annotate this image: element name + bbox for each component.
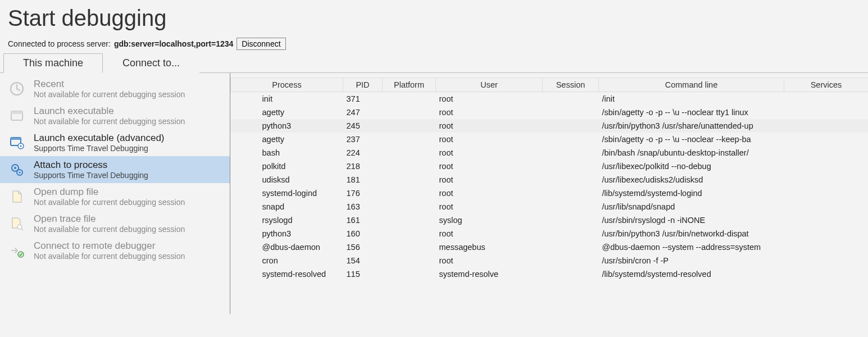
cell-cmd: /bin/bash /snap/ubuntu-desktop-installer… bbox=[599, 146, 784, 160]
table-row[interactable]: rsyslogd 161 syslog /usr/sbin/rsyslogd -… bbox=[231, 213, 869, 227]
process-table-wrap: ProcessPIDPlatformUserSessionCommand lin… bbox=[230, 73, 868, 314]
remote-icon bbox=[8, 242, 26, 259]
table-row[interactable]: polkitd 218 root /usr/libexec/polkitd --… bbox=[231, 160, 869, 173]
tab-this-machine[interactable]: This machine bbox=[3, 53, 103, 73]
cell-pid: 247 bbox=[343, 106, 383, 119]
cell-cmd: /init bbox=[599, 92, 784, 106]
cell-pid: 160 bbox=[343, 227, 383, 240]
cell-session bbox=[543, 240, 599, 254]
table-row[interactable]: snapd 163 root /usr/lib/snapd/snapd bbox=[231, 200, 869, 213]
cell-platform bbox=[383, 119, 436, 133]
sidebar-item-title: Open dump file bbox=[34, 186, 185, 198]
cell-platform bbox=[383, 240, 436, 254]
sidebar-item-subtitle: Not available for current debugging sess… bbox=[34, 117, 185, 126]
page-title: Start debugging bbox=[0, 0, 868, 38]
disconnect-button[interactable]: Disconnect bbox=[237, 38, 285, 50]
connection-label: Connected to process server: bbox=[8, 39, 111, 48]
cell-platform bbox=[383, 186, 436, 200]
window-gear-icon bbox=[8, 134, 26, 152]
svg-rect-4 bbox=[11, 138, 21, 140]
table-row[interactable]: agetty 237 root /sbin/agetty -o -p -- \u… bbox=[231, 133, 869, 146]
cell-platform bbox=[383, 200, 436, 213]
sidebar-item-launch-executable-advanced-[interactable]: Launch executable (advanced) Supports Ti… bbox=[0, 129, 230, 156]
table-row[interactable]: systemd-resolved 115 systemd-resolve /li… bbox=[231, 267, 869, 281]
cell-process: bash bbox=[231, 146, 343, 160]
table-header-row[interactable]: ProcessPIDPlatformUserSessionCommand lin… bbox=[231, 78, 869, 92]
table-row[interactable]: python3 245 root /usr/bin/python3 /usr/s… bbox=[231, 119, 869, 133]
cell-session bbox=[543, 92, 599, 106]
cell-platform bbox=[383, 133, 436, 146]
cell-user: root bbox=[436, 160, 543, 173]
column-header-services[interactable]: Services bbox=[784, 78, 869, 92]
cell-session bbox=[543, 119, 599, 133]
cell-services bbox=[784, 227, 869, 240]
cell-cmd: @dbus-daemon --system --address=system bbox=[599, 240, 784, 254]
column-header-user[interactable]: User bbox=[436, 78, 543, 92]
cell-pid: 245 bbox=[343, 119, 383, 133]
cell-services bbox=[784, 254, 869, 267]
table-row[interactable]: agetty 247 root /sbin/agetty -o -p -- \u… bbox=[231, 106, 869, 119]
cell-services bbox=[784, 119, 869, 133]
cell-user: root bbox=[436, 133, 543, 146]
cell-cmd: /usr/sbin/rsyslogd -n -iNONE bbox=[599, 213, 784, 227]
svg-point-6 bbox=[20, 145, 22, 147]
column-header-session[interactable]: Session bbox=[543, 78, 599, 92]
cell-pid: 154 bbox=[343, 254, 383, 267]
column-header-command-line[interactable]: Command line bbox=[599, 78, 784, 92]
tab-connect-to-[interactable]: Connect to... bbox=[103, 53, 199, 73]
cell-user: systemd-resolve bbox=[436, 267, 543, 281]
cell-process: agetty bbox=[231, 106, 343, 119]
cell-session bbox=[543, 106, 599, 119]
cell-session bbox=[543, 254, 599, 267]
connection-value: gdb:server=localhost,port=1234 bbox=[114, 39, 233, 48]
cell-process: cron bbox=[231, 254, 343, 267]
sidebar-item-subtitle: Not available for current debugging sess… bbox=[34, 252, 185, 261]
cell-session bbox=[543, 146, 599, 160]
table-row[interactable]: python3 160 root /usr/bin/python3 /usr/b… bbox=[231, 227, 869, 240]
sidebar-item-subtitle: Not available for current debugging sess… bbox=[34, 225, 185, 234]
cell-process: python3 bbox=[231, 227, 343, 240]
table-row[interactable]: cron 154 root /usr/sbin/cron -f -P bbox=[231, 254, 869, 267]
cell-pid: 218 bbox=[343, 160, 383, 173]
sidebar-item-open-trace-file: Open trace file Not available for curren… bbox=[0, 210, 230, 237]
cell-cmd: /sbin/agetty -o -p -- \u --noclear --kee… bbox=[599, 133, 784, 146]
column-header-pid[interactable]: PID bbox=[343, 78, 383, 92]
cell-process: init bbox=[231, 92, 343, 106]
cell-pid: 176 bbox=[343, 186, 383, 200]
cell-pid: 371 bbox=[343, 92, 383, 106]
tabs: This machineConnect to... bbox=[3, 53, 868, 73]
cell-user: messagebus bbox=[436, 240, 543, 254]
cell-cmd: /usr/libexec/udisks2/udisksd bbox=[599, 173, 784, 186]
cell-platform bbox=[383, 106, 436, 119]
cell-pid: 181 bbox=[343, 173, 383, 186]
cell-platform bbox=[383, 213, 436, 227]
cell-platform bbox=[383, 227, 436, 240]
table-row[interactable]: udisksd 181 root /usr/libexec/udisks2/ud… bbox=[231, 173, 869, 186]
column-header-platform[interactable]: Platform bbox=[383, 78, 436, 92]
cell-platform bbox=[383, 173, 436, 186]
cell-services bbox=[784, 240, 869, 254]
cell-cmd: /usr/lib/snapd/snapd bbox=[599, 200, 784, 213]
cell-pid: 115 bbox=[343, 267, 383, 281]
table-row[interactable]: bash 224 root /bin/bash /snap/ubuntu-des… bbox=[231, 146, 869, 160]
cell-user: root bbox=[436, 92, 543, 106]
table-row[interactable]: @dbus-daemon 156 messagebus @dbus-daemon… bbox=[231, 240, 869, 254]
cell-pid: 224 bbox=[343, 146, 383, 160]
column-header-process[interactable]: Process bbox=[231, 78, 343, 92]
cell-pid: 161 bbox=[343, 213, 383, 227]
cell-user: root bbox=[436, 186, 543, 200]
svg-rect-2 bbox=[11, 111, 22, 114]
table-row[interactable]: systemd-logind 176 root /lib/systemd/sys… bbox=[231, 186, 869, 200]
cell-user: root bbox=[436, 106, 543, 119]
cell-session bbox=[543, 186, 599, 200]
cell-services bbox=[784, 267, 869, 281]
cell-platform bbox=[383, 160, 436, 173]
table-row[interactable]: init 371 root /init bbox=[231, 92, 869, 106]
cell-pid: 163 bbox=[343, 200, 383, 213]
process-table[interactable]: ProcessPIDPlatformUserSessionCommand lin… bbox=[230, 78, 868, 281]
file-search-icon bbox=[8, 215, 26, 233]
cell-services bbox=[784, 213, 869, 227]
cell-user: root bbox=[436, 200, 543, 213]
sidebar-item-attach-to-process[interactable]: Attach to process Supports Time Travel D… bbox=[0, 156, 230, 183]
cell-session bbox=[543, 200, 599, 213]
